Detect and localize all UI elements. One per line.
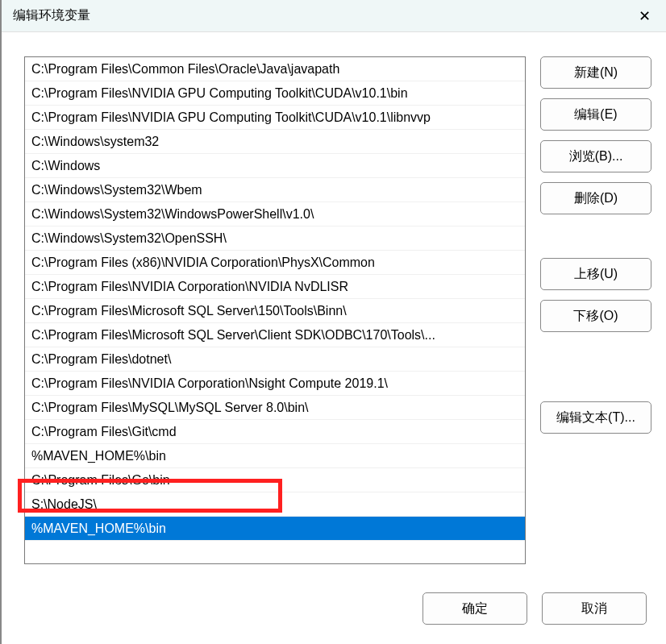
move-down-button[interactable]: 下移(O) [540,300,651,332]
path-list-item[interactable]: C:\Program Files\dotnet\ [25,347,525,372]
path-listbox[interactable]: C:\Program Files\Common Files\Oracle\Jav… [24,56,526,564]
spacer [540,342,651,392]
path-list-item[interactable]: C:\Program Files\NVIDIA GPU Computing To… [25,81,525,106]
path-list-item[interactable]: C:\Program Files (x86)\NVIDIA Corporatio… [25,251,525,275]
path-list-item[interactable]: C:\Windows\System32\OpenSSH\ [25,226,525,251]
titlebar: 编辑环境变量 ✕ [2,0,666,32]
path-list-item[interactable]: S:\NodeJS\ [25,492,525,517]
path-list-item[interactable]: %MAVEN_HOME%\bin [25,444,525,468]
listbox-wrapper: C:\Program Files\Common Files\Oracle\Jav… [24,56,526,578]
path-list-item[interactable]: C:\Program Files\NVIDIA Corporation\NVID… [25,275,525,299]
path-list-item[interactable]: C:\Program Files\Microsoft SQL Server\Cl… [25,323,525,347]
edit-button[interactable]: 编辑(E) [540,98,651,131]
browse-button[interactable]: 浏览(B)... [540,140,651,172]
cancel-button[interactable]: 取消 [542,592,647,625]
path-list-item[interactable]: C:\Windows\system32 [25,130,525,154]
path-list-item[interactable]: C:\Windows\System32\Wbem [25,178,525,202]
button-column: 新建(N) 编辑(E) 浏览(B)... 删除(D) 上移(U) 下移(O) 编… [540,56,651,578]
path-list-item[interactable]: C:\Program Files\Microsoft SQL Server\15… [25,299,525,323]
env-var-dialog: 编辑环境变量 ✕ C:\Program Files\Common Files\O… [0,0,666,644]
path-list-item[interactable]: C:\Windows\System32\WindowsPowerShell\v1… [25,202,525,226]
edit-text-button[interactable]: 编辑文本(T)... [540,401,651,434]
dialog-content: C:\Program Files\Common Files\Oracle\Jav… [2,32,666,592]
path-list-item[interactable]: C:\Program Files\NVIDIA Corporation\Nsig… [25,372,525,396]
window-title: 编辑环境变量 [13,7,90,24]
path-list-item[interactable]: %MAVEN_HOME%\bin [25,517,525,541]
path-list-item[interactable]: C:\Program Files\Go\bin [25,468,525,492]
path-list-item[interactable]: C:\Program Files\Common Files\Oracle\Jav… [25,57,525,81]
delete-button[interactable]: 删除(D) [540,182,651,214]
spacer [540,224,651,248]
new-button[interactable]: 新建(N) [540,56,651,89]
path-list-item[interactable]: C:\Program Files\Git\cmd [25,420,525,444]
dialog-footer: 确定 取消 [2,592,666,644]
path-list-item[interactable]: C:\Program Files\MySQL\MySQL Server 8.0\… [25,396,525,420]
close-icon[interactable]: ✕ [632,7,656,25]
ok-button[interactable]: 确定 [422,592,527,625]
path-list-item[interactable]: C:\Windows [25,154,525,178]
path-list-item[interactable]: C:\Program Files\NVIDIA GPU Computing To… [25,106,525,130]
move-up-button[interactable]: 上移(U) [540,258,651,290]
